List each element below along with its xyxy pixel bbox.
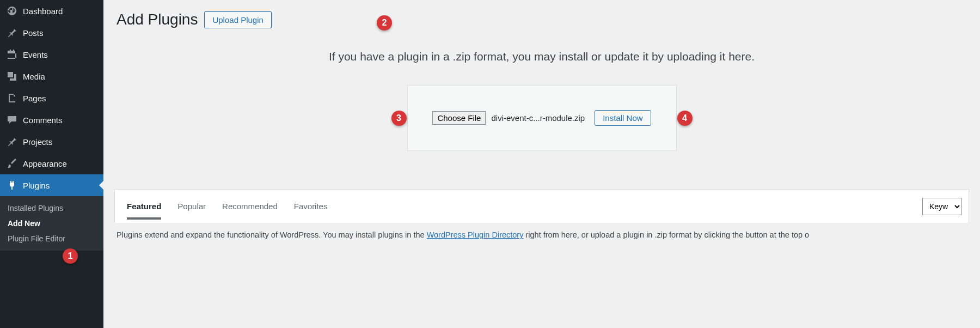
explanatory-suffix: right from here, or upload a plugin in .… [523,230,809,239]
annotation-badge-2: 2 [377,15,392,31]
choose-file-button[interactable]: Choose File [432,111,486,125]
annotation-badge-4: 4 [677,111,693,126]
brush-icon [7,158,17,169]
annotation-badge-1: 1 [63,248,78,264]
pin-icon [7,27,17,38]
main-content: Add Plugins Upload Plugin 2 If you have … [103,0,980,328]
search-type-select[interactable]: Keyw [922,198,962,215]
plug-icon [7,180,17,191]
sidebar-item-posts[interactable]: Posts [0,22,103,44]
tab-recommended[interactable]: Recommended [222,190,278,223]
sidebar-item-projects[interactable]: Projects [0,131,103,153]
upload-hint-text: If you have a plugin in a .zip format, y… [103,50,980,63]
sidebar-sub-label: Add New [8,219,40,228]
sidebar-item-label: Projects [23,137,52,147]
sidebar-item-label: Dashboard [23,7,63,16]
annotation-badge-3: 3 [391,111,407,126]
sidebar-sub-file-editor[interactable]: Plugin File Editor [0,231,103,246]
upload-form-box: 3 Choose File divi-event-c...r-module.zi… [407,85,677,151]
sidebar-item-dashboard[interactable]: Dashboard [0,0,103,22]
sidebar-item-pages[interactable]: Pages [0,87,103,109]
sidebar-sub-installed[interactable]: Installed Plugins [0,201,103,216]
filter-bar: Featured Popular Recommended Favorites K… [114,189,969,223]
install-now-button[interactable]: Install Now [595,110,651,126]
media-icon [7,71,17,82]
sidebar-item-appearance[interactable]: Appearance [0,153,103,174]
tab-featured[interactable]: Featured [127,190,161,223]
filter-tabs: Featured Popular Recommended Favorites [127,190,327,223]
sidebar-item-label: Plugins [23,181,50,190]
sidebar-sub-add-new[interactable]: Add New [0,216,103,231]
sidebar-item-comments[interactable]: Comments [0,109,103,131]
sidebar-item-label: Comments [23,116,63,125]
dashboard-icon [7,5,17,16]
admin-sidebar: Dashboard Posts Events Media Pages Comme… [0,0,103,328]
explanatory-prefix: Plugins extend and expand the functional… [117,230,427,239]
sidebar-item-label: Posts [23,28,44,38]
upload-plugin-button[interactable]: Upload Plugin [204,11,271,28]
sidebar-item-label: Events [23,50,48,59]
pin-icon [7,136,17,147]
page-heading-row: Add Plugins Upload Plugin 2 [103,0,980,50]
sidebar-item-events[interactable]: Events [0,44,103,65]
plugin-directory-link[interactable]: WordPress Plugin Directory [427,230,524,239]
sidebar-item-label: Appearance [23,159,67,168]
sidebar-submenu: Installed Plugins Add New Plugin File Ed… [0,196,103,251]
explanatory-text: Plugins extend and expand the functional… [117,230,969,239]
sidebar-item-label: Media [23,72,45,81]
comments-icon [7,114,17,125]
tab-popular[interactable]: Popular [177,190,206,223]
tab-favorites[interactable]: Favorites [294,190,328,223]
pages-icon [7,93,17,104]
sidebar-item-media[interactable]: Media [0,65,103,87]
selected-filename: divi-event-c...r-module.zip [491,113,585,123]
sidebar-item-label: Pages [23,94,46,103]
calendar-icon [7,49,17,60]
sidebar-item-plugins[interactable]: Plugins [0,174,103,196]
page-title: Add Plugins [117,11,198,28]
